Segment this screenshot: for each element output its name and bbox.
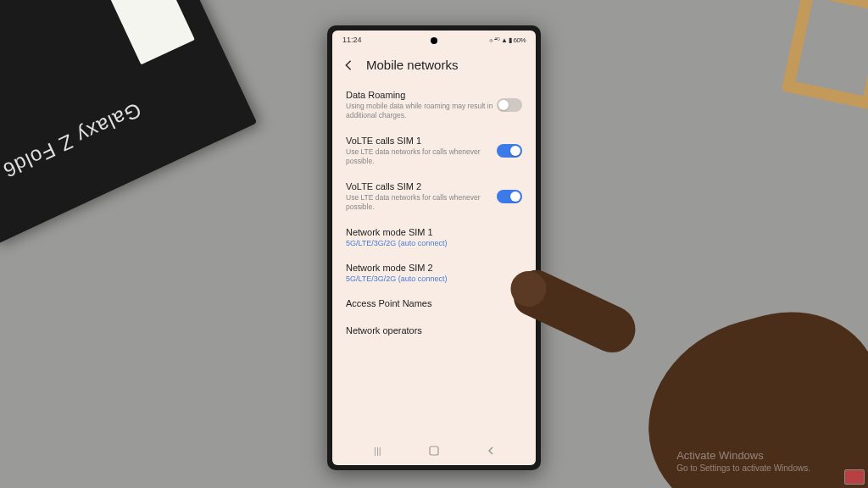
setting-network-mode-sim1[interactable]: Network mode SIM 1 5G/LTE/3G/2G (auto co… [332, 219, 536, 255]
status-icons: ⟐ ⁴ᴳ ▲ ▮ 60% [489, 36, 526, 44]
setting-value: 5G/LTE/3G/2G (auto connect) [346, 239, 522, 247]
screen-header: Mobile networks [332, 47, 536, 79]
back-button[interactable] [344, 60, 354, 70]
chevron-left-icon [487, 446, 495, 456]
product-box: Galaxy Z Fold6 [0, 0, 257, 245]
phone-screen: 11:24 ⟐ ⁴ᴳ ▲ ▮ 60% Mobile networks Data … [332, 30, 536, 465]
setting-data-roaming[interactable]: Data Roaming Using mobile data while roa… [332, 82, 536, 128]
setting-title: Network mode SIM 1 [346, 227, 522, 237]
product-label-sticker [94, 0, 194, 64]
setting-title: Network operators [346, 325, 522, 336]
settings-list: Data Roaming Using mobile data while roa… [332, 79, 536, 348]
setting-title: VoLTE calls SIM 2 [346, 181, 497, 191]
nav-bar: ||| [332, 441, 536, 460]
camera-hole [431, 37, 437, 44]
setting-desc: Use LTE data networks for calls whenever… [346, 147, 497, 166]
phone-device: 11:24 ⟐ ⁴ᴳ ▲ ▮ 60% Mobile networks Data … [327, 25, 541, 470]
setting-apn[interactable]: Access Point Names [332, 291, 536, 318]
product-name: Galaxy Z Fold6 [0, 97, 145, 182]
toggle-volte-sim2[interactable] [497, 190, 522, 203]
setting-title: Access Point Names [346, 298, 522, 308]
watermark-title: Activate Windows [676, 449, 810, 462]
setting-title: Network mode SIM 2 [346, 263, 522, 273]
toggle-volte-sim1[interactable] [497, 144, 522, 158]
chevron-left-icon [344, 59, 353, 71]
corner-badge [844, 469, 865, 485]
setting-network-mode-sim2[interactable]: Network mode SIM 2 5G/LTE/3G/2G (auto co… [332, 255, 536, 291]
setting-volte-sim1[interactable]: VoLTE calls SIM 1 Use LTE data networks … [332, 128, 536, 174]
page-title: Mobile networks [366, 58, 458, 72]
watermark-sub: Go to Settings to activate Windows. [676, 463, 810, 473]
svg-rect-0 [430, 446, 438, 455]
setting-title: VoLTE calls SIM 1 [346, 136, 497, 146]
status-time: 11:24 [342, 36, 362, 44]
nav-back[interactable] [478, 445, 504, 457]
setting-volte-sim2[interactable]: VoLTE calls SIM 2 Use LTE data networks … [332, 174, 536, 219]
setting-network-operators[interactable]: Network operators [332, 318, 536, 345]
setting-title: Data Roaming [346, 90, 497, 100]
setting-desc: Using mobile data while roaming may resu… [346, 102, 497, 120]
setting-desc: Use LTE data networks for calls whenever… [346, 193, 497, 212]
nav-recents[interactable]: ||| [364, 445, 390, 457]
windows-watermark: Activate Windows Go to Settings to activ… [676, 449, 810, 473]
chair-prop [782, 0, 868, 110]
square-icon [429, 446, 439, 456]
setting-value: 5G/LTE/3G/2G (auto connect) [346, 274, 522, 283]
nav-home[interactable] [421, 445, 447, 457]
toggle-data-roaming[interactable] [497, 98, 522, 112]
hand [504, 200, 868, 488]
